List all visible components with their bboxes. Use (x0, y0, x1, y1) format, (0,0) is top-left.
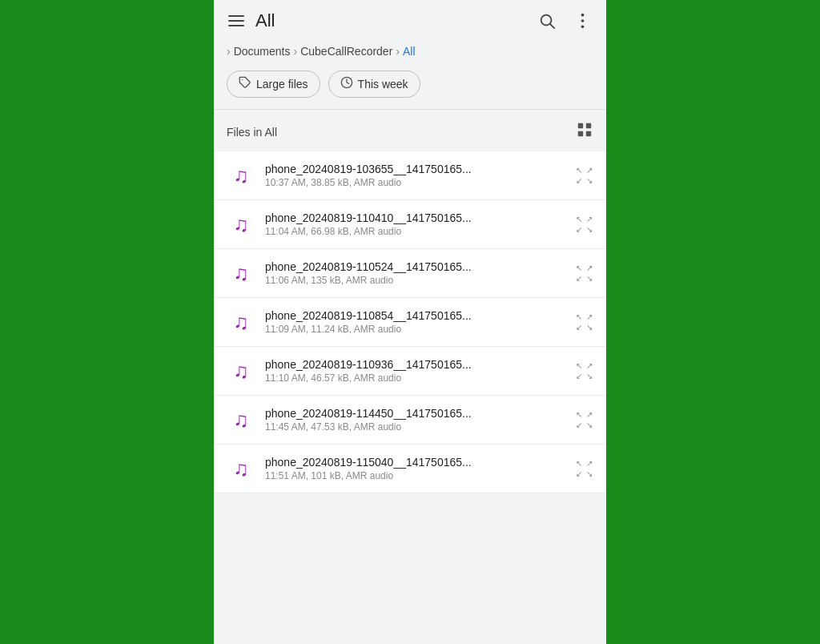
file-name-4: phone_20240819-110936__141750165... (265, 358, 565, 371)
svg-point-3 (581, 19, 584, 22)
music-note-icon-4: ♫ (233, 359, 249, 384)
page-title: All (255, 10, 526, 31)
file-item-1[interactable]: ♫ phone_20240819-110410__141750165... 11… (214, 200, 606, 249)
expand-button-5[interactable]: ↖ ↗ ↙ ↘ (574, 410, 593, 429)
svg-rect-8 (586, 123, 591, 128)
file-name-3: phone_20240819-110854__141750165... (265, 309, 565, 322)
expand-button-2[interactable]: ↖ ↗ ↙ ↘ (574, 264, 593, 283)
music-note-icon-5: ♫ (233, 408, 249, 433)
file-item-0[interactable]: ♫ phone_20240819-103655__141750165... 10… (214, 151, 606, 200)
file-name-2: phone_20240819-110524__141750165... (265, 260, 565, 273)
expand-button-3[interactable]: ↖ ↗ ↙ ↘ (574, 312, 593, 332)
file-icon-6: ♫ (227, 454, 255, 483)
file-icon-4: ♫ (227, 356, 255, 385)
file-meta-3: 11:09 AM, 11.24 kB, AMR audio (265, 324, 565, 335)
files-header: Files in All (214, 110, 606, 151)
file-item-3[interactable]: ♫ phone_20240819-110854__141750165... 11… (214, 298, 606, 347)
file-meta-4: 11:10 AM, 46.57 kB, AMR audio (265, 372, 565, 384)
expand-button-1[interactable]: ↖ ↗ ↙ ↘ (574, 215, 593, 234)
file-meta-2: 11:06 AM, 135 kB, AMR audio (265, 275, 565, 286)
files-section-label: Files in All (227, 126, 277, 139)
file-icon-3: ♫ (227, 308, 255, 336)
svg-rect-10 (586, 131, 591, 136)
app-container: All › Documents › CubeCallRecorder › (214, 0, 606, 644)
expand-button-4[interactable]: ↖ ↗ ↙ ↘ (574, 361, 593, 380)
music-note-icon-3: ♫ (233, 310, 249, 335)
svg-line-1 (550, 24, 554, 28)
breadcrumb-chevron-0: › (227, 45, 231, 58)
file-info-2: phone_20240819-110524__141750165... 11:0… (265, 260, 565, 286)
file-info-1: phone_20240819-110410__141750165... 11:0… (265, 211, 565, 237)
file-meta-0: 10:37 AM, 38.85 kB, AMR audio (265, 177, 565, 188)
svg-point-2 (581, 14, 584, 17)
this-week-filter[interactable]: This week (328, 70, 420, 98)
clock-icon (340, 76, 353, 92)
search-button[interactable] (536, 10, 558, 32)
expand-button-6[interactable]: ↖ ↗ ↙ ↘ (574, 459, 593, 478)
svg-point-4 (581, 26, 584, 29)
breadcrumb-cubecallrecorder[interactable]: CubeCallRecorder (300, 45, 392, 58)
file-name-1: phone_20240819-110410__141750165... (265, 211, 565, 224)
top-bar: All (214, 0, 606, 42)
filter-bar: Large files This week (214, 67, 606, 109)
file-meta-6: 11:51 AM, 101 kB, AMR audio (265, 470, 565, 481)
file-meta-1: 11:04 AM, 66.98 kB, AMR audio (265, 226, 565, 237)
breadcrumb-chevron-2: › (396, 45, 400, 58)
file-name-6: phone_20240819-115040__141750165... (265, 456, 565, 469)
music-note-icon-2: ♫ (233, 261, 249, 286)
music-note-icon-1: ♫ (233, 212, 249, 237)
svg-rect-9 (578, 131, 583, 136)
file-icon-5: ♫ (227, 405, 255, 434)
file-icon-2: ♫ (227, 259, 255, 288)
breadcrumb-chevron-1: › (293, 45, 297, 58)
expand-button-0[interactable]: ↖ ↗ ↙ ↘ (574, 166, 593, 185)
file-item-5[interactable]: ♫ phone_20240819-114450__141750165... 11… (214, 396, 606, 445)
breadcrumb-documents[interactable]: Documents (234, 45, 291, 58)
breadcrumb-all[interactable]: All (403, 45, 416, 58)
file-item-6[interactable]: ♫ phone_20240819-115040__141750165... 11… (214, 445, 606, 493)
file-info-5: phone_20240819-114450__141750165... 11:4… (265, 407, 565, 433)
file-info-0: phone_20240819-103655__141750165... 10:3… (265, 163, 565, 188)
file-list: ♫ phone_20240819-103655__141750165... 10… (214, 151, 606, 493)
grid-view-button[interactable] (576, 121, 593, 143)
file-icon-0: ♫ (227, 161, 255, 190)
large-files-filter[interactable]: Large files (227, 70, 320, 98)
more-options-button[interactable] (571, 10, 593, 32)
tag-icon (239, 76, 251, 92)
file-item-2[interactable]: ♫ phone_20240819-110524__141750165... 11… (214, 249, 606, 298)
file-name-5: phone_20240819-114450__141750165... (265, 407, 565, 420)
file-icon-1: ♫ (227, 210, 255, 239)
svg-rect-7 (578, 123, 583, 128)
breadcrumb: › Documents › CubeCallRecorder › All (214, 42, 606, 67)
top-bar-icons (536, 10, 593, 32)
large-files-label: Large files (256, 78, 308, 91)
file-info-3: phone_20240819-110854__141750165... 11:0… (265, 309, 565, 335)
this-week-label: This week (358, 78, 408, 91)
music-note-icon-0: ♫ (233, 163, 249, 188)
file-meta-5: 11:45 AM, 47.53 kB, AMR audio (265, 421, 565, 433)
file-info-4: phone_20240819-110936__141750165... 11:1… (265, 358, 565, 384)
file-info-6: phone_20240819-115040__141750165... 11:5… (265, 456, 565, 481)
file-name-0: phone_20240819-103655__141750165... (265, 163, 565, 175)
file-item-4[interactable]: ♫ phone_20240819-110936__141750165... 11… (214, 347, 606, 396)
music-note-icon-6: ♫ (233, 457, 249, 481)
menu-button[interactable] (227, 14, 246, 28)
